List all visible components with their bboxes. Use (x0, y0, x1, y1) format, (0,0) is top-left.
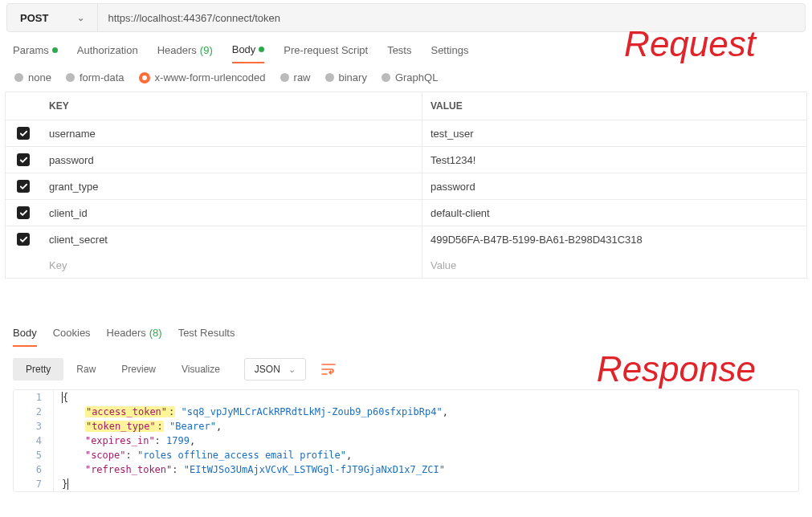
response-tabs: Body Cookies Headers (8) Test Results (13, 327, 799, 348)
value-input[interactable]: Value (422, 252, 806, 278)
view-visualize-button[interactable]: Visualize (169, 358, 233, 381)
header-value: VALUE (422, 92, 806, 120)
value-cell[interactable]: test_user (422, 120, 806, 146)
resp-tab-test-results[interactable]: Test Results (178, 327, 235, 347)
key-cell[interactable]: grant_type (41, 173, 422, 199)
tab-body[interactable]: Body (232, 43, 265, 63)
json-string: "EItWJSo3UmAjxVCvK_LSTWGgl-fJT9GjaNxD1x7… (184, 464, 445, 475)
table-row: usernametest_user (6, 120, 806, 147)
line-number: 1 (14, 390, 54, 405)
radio-icon (382, 73, 390, 82)
view-pretty-button[interactable]: Pretty (13, 358, 63, 381)
json-key: "access_token" (85, 406, 168, 417)
body-type-none[interactable]: none (14, 71, 51, 83)
resp-headers-count: (8) (149, 327, 162, 340)
wrap-lines-icon[interactable] (316, 357, 341, 381)
table-row: client_secret499D56FA-B47B-5199-BA61-B29… (6, 226, 806, 252)
json-key: "token_type" (85, 421, 157, 432)
checkbox[interactable] (17, 180, 30, 193)
json-string: "sq8_vpJyMLCrACkRPRdtLkMj-Zoub9_p60sfxpi… (182, 406, 443, 417)
checkbox[interactable] (17, 206, 30, 219)
http-method-select[interactable]: POST ⌄ (7, 4, 98, 31)
body-type-graphql[interactable]: GraphQL (382, 71, 438, 83)
value-cell[interactable]: default-client (422, 200, 806, 226)
body-type-raw[interactable]: raw (280, 71, 311, 83)
tab-params[interactable]: Params (13, 44, 58, 63)
table-row-new[interactable]: Key Value (6, 252, 806, 278)
line-number: 7 (14, 477, 54, 491)
json-key: "expires_in" (85, 435, 155, 446)
line-number: 2 (14, 405, 54, 419)
url-text: https://localhost:44367/connect/token (108, 12, 280, 24)
view-raw-button[interactable]: Raw (63, 358, 108, 381)
json-string: "roles offline_access email profile" (137, 450, 346, 461)
status-dot-icon (259, 47, 264, 52)
table-row: passwordTest1234! (6, 147, 806, 173)
request-tabs: Params Authorization Headers (9) Body Pr… (0, 32, 812, 63)
line-number: 5 (14, 448, 54, 462)
json-string: "Bearer" (169, 421, 216, 432)
header-key: KEY (41, 92, 422, 120)
http-method-label: POST (20, 12, 48, 24)
value-cell[interactable]: Test1234! (422, 147, 806, 173)
tab-prerequest[interactable]: Pre-request Script (284, 44, 368, 63)
headers-count: (9) (200, 44, 213, 56)
annotation-response: Response (597, 349, 756, 389)
radio-icon (66, 73, 75, 82)
radio-icon (325, 73, 334, 82)
line-number: 3 (14, 419, 54, 434)
tab-headers[interactable]: Headers (9) (157, 44, 213, 63)
line-number: 4 (14, 434, 54, 448)
chevron-down-icon: ⌄ (288, 364, 296, 375)
radio-icon (139, 72, 150, 83)
response-section: Response Body Cookies Headers (8) Test R… (0, 327, 812, 492)
key-cell[interactable]: client_secret (41, 226, 422, 252)
table-row: grant_typepassword (6, 173, 806, 200)
body-type-radios: none form-data x-www-form-urlencoded raw… (0, 63, 812, 92)
view-preview-button[interactable]: Preview (108, 358, 169, 381)
table-header: KEY VALUE (6, 92, 806, 120)
tab-authorization[interactable]: Authorization (77, 44, 138, 63)
radio-icon (280, 73, 289, 82)
chevron-down-icon: ⌄ (77, 13, 84, 23)
value-cell[interactable]: 499D56FA-B47B-5199-BA61-B298D431C318 (422, 226, 806, 252)
value-cell[interactable]: password (422, 173, 806, 199)
key-cell[interactable]: client_id (41, 200, 422, 226)
key-cell[interactable]: username (41, 120, 422, 146)
tab-tests[interactable]: Tests (387, 44, 411, 63)
resp-tab-headers[interactable]: Headers (8) (107, 327, 162, 347)
status-dot-icon (52, 47, 58, 53)
body-type-binary[interactable]: binary (325, 71, 367, 83)
radio-icon (14, 73, 23, 82)
key-cell[interactable]: password (41, 147, 422, 173)
resp-tab-cookies[interactable]: Cookies (53, 327, 91, 347)
key-input[interactable]: Key (41, 252, 422, 278)
table-row: client_iddefault-client (6, 200, 806, 226)
line-number: 6 (14, 462, 54, 477)
resp-tab-body[interactable]: Body (13, 327, 37, 347)
checkbox[interactable] (17, 127, 30, 140)
tab-settings[interactable]: Settings (430, 44, 468, 63)
json-key: "refresh_token" (85, 464, 172, 475)
body-type-urlencoded[interactable]: x-www-form-urlencoded (139, 71, 266, 83)
form-data-table: KEY VALUE usernametest_userpasswordTest1… (5, 92, 807, 279)
response-body-code[interactable]: 1{ 2 "access_token": "sq8_vpJyMLCrACkRPR… (13, 389, 799, 492)
body-type-form-data[interactable]: form-data (66, 71, 124, 83)
json-key: "scope" (85, 450, 126, 461)
json-number: 1799 (166, 435, 190, 446)
format-select[interactable]: JSON ⌄ (244, 358, 306, 381)
annotation-request: Request (624, 24, 756, 64)
checkbox[interactable] (17, 233, 30, 246)
checkbox[interactable] (17, 153, 30, 166)
